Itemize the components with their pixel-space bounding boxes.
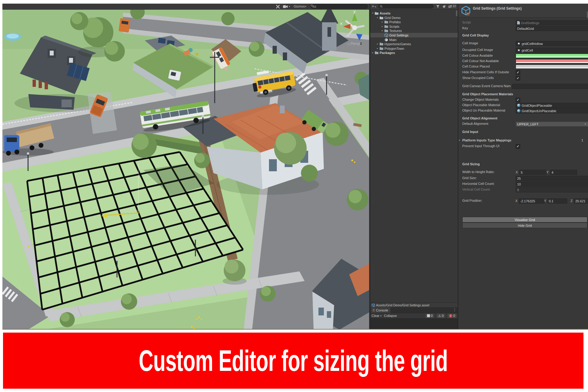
horizontal-count-input[interactable]: 10 — [516, 182, 588, 187]
tab-console[interactable]: ☰ Console — [371, 307, 390, 313]
camera-dropdown-caret[interactable]: ▾ — [289, 5, 290, 8]
colour-not-available-swatch[interactable] — [516, 59, 588, 63]
field-row-camera-name: Grid Canvas Event Camera Nam — [458, 84, 588, 89]
field-row-colour-not-available: Cell Colour Not Available — [458, 58, 588, 64]
hidden-count-eye-icon[interactable] — [448, 5, 452, 8]
clear-dropdown-caret[interactable]: ▾ — [380, 315, 381, 317]
orientation-label[interactable]: ◁ Persp — [347, 42, 360, 46]
grid-object-label: DefaultGrid — [122, 209, 139, 212]
project-item-assets[interactable]: ▾ Assets — [370, 11, 459, 15]
project-item-scripts[interactable]: ▸ Scripts — [370, 24, 468, 29]
foldout-icon[interactable]: ▾ — [371, 12, 374, 14]
info-count-toggle[interactable]: ! 0 — [425, 314, 434, 318]
folder-icon — [384, 24, 388, 28]
project-item-polygontown[interactable]: ▸ PolygonTown — [370, 46, 463, 51]
project-item-main-scene[interactable]: Main — [370, 37, 468, 42]
position-x-input[interactable]: -2.176325 — [519, 198, 545, 204]
ratio-x-input[interactable]: 5 — [519, 170, 546, 175]
hide-placement-checkbox[interactable]: ✓ — [516, 70, 520, 75]
project-item-label: PolygonTown — [384, 47, 404, 50]
folder-icon — [379, 46, 384, 50]
foldout-icon[interactable]: ▸ — [376, 43, 379, 45]
scene-view[interactable]: y x z ▾ Gizmos ▾ All ◁ Persp DefaultGrid — [2, 4, 369, 330]
folder-icon — [374, 51, 379, 55]
camera-name-input[interactable] — [512, 84, 588, 89]
hide-grid-button[interactable]: Hide Grid — [462, 223, 587, 228]
project-item-packages[interactable]: ▸ Packages — [370, 50, 459, 55]
caption-text: Custom Editor for sizing the grid — [139, 343, 448, 378]
foldout-icon[interactable]: ▾ — [376, 16, 379, 19]
position-y-input[interactable]: 0.1 — [547, 198, 567, 204]
field-row-prevent-input: Prevent Input Through UI ✓ — [458, 144, 588, 149]
project-item-prefabs[interactable]: ▸ Prefabs — [370, 20, 468, 24]
visualise-grid-button[interactable]: Visualise Grid — [462, 217, 587, 223]
field-row-ratio: Width to Height Ratio: X 5 Y 4 — [458, 169, 588, 175]
ratio-y-label: Y — [546, 170, 548, 174]
foldout-icon[interactable]: ▸ — [376, 47, 379, 50]
gizmos-dropdown[interactable]: Gizmos — [294, 5, 305, 8]
scene-icon — [384, 38, 388, 42]
default-alignment-dropdown[interactable]: UPPER_LEFT ▾ — [516, 122, 588, 127]
foldout-icon[interactable]: ▸ — [381, 21, 384, 23]
inspector-scrollbar[interactable] — [587, 11, 588, 18]
inspector-title: Grid Settings (Grid Settings) — [473, 6, 522, 11]
key-input[interactable]: DefaultGrid — [516, 26, 588, 31]
script-object-field[interactable]: GridSettings — [516, 20, 588, 25]
kebab-menu-icon[interactable]: ⋮ — [453, 308, 457, 312]
alpha-bar — [516, 62, 588, 63]
scene-search-field[interactable]: All — [311, 4, 368, 9]
occupied-cell-image-object-field[interactable]: gridCell — [516, 48, 588, 53]
add-asset-button[interactable]: + — [372, 4, 374, 8]
placeable-material-object-field[interactable]: GridObjectPlaceable — [516, 103, 588, 108]
warning-icon: ⚠ — [438, 314, 441, 317]
project-item-grid-settings-selected[interactable]: {} Grid Settings — [370, 33, 468, 37]
colour-placed-swatch[interactable] — [516, 65, 588, 69]
error-count-toggle[interactable]: ! 0 — [447, 314, 457, 318]
change-materials-checkbox[interactable]: ✓ — [516, 98, 520, 102]
gizmos-dropdown-caret[interactable]: ▾ — [305, 5, 306, 8]
mappings-size-field[interactable]: 1 — [581, 138, 583, 142]
collapse-button[interactable]: Collapse — [384, 314, 397, 318]
ratio-y-input[interactable]: 4 — [550, 170, 577, 175]
prevent-input-checkbox[interactable]: ✓ — [516, 144, 520, 149]
project-item-hypertonicgames[interactable]: ▸ HypertonicGames — [370, 42, 463, 46]
texture-icon — [517, 49, 520, 52]
field-row-cell-image: Cell Image gridCellHollow — [458, 41, 588, 46]
caption-banner: Custom Editor for sizing the grid — [3, 333, 583, 389]
material-icon — [517, 109, 520, 112]
console-toolbar: Clear ▾ Collapse ! 0 ⚠ 0 ! 0 — [370, 313, 458, 318]
colour-available-swatch[interactable] — [516, 54, 588, 58]
section-object-alignment: Grid Object Alignment — [458, 116, 588, 121]
console-log-area[interactable] — [370, 318, 458, 329]
foldout-icon[interactable]: ▸ — [381, 29, 384, 32]
script-icon — [517, 21, 520, 24]
clear-button[interactable]: Clear ▾ — [371, 314, 381, 318]
breadcrumb-path: Assets/Grid Demo/Grid Settings.asset — [376, 303, 429, 307]
project-item-grid-demo[interactable]: ▾ Grid Demo — [370, 15, 463, 20]
position-z-input[interactable]: 25.621 — [574, 198, 588, 204]
add-asset-caret[interactable]: ▾ — [375, 5, 376, 8]
project-scrollbar[interactable] — [456, 10, 457, 16]
grid-size-input[interactable]: 25 — [516, 176, 588, 181]
console-tabbar: ☰ Console ⋮ — [370, 307, 458, 313]
search-by-type-icon[interactable] — [436, 5, 440, 8]
foldout-icon[interactable]: ▸ — [459, 139, 460, 141]
field-row-occupied-cell-image: Occupied Cell Image gridCell — [458, 47, 588, 53]
foldout-icon[interactable]: ▸ — [371, 51, 374, 54]
show-occupied-checkbox[interactable]: ✓ — [516, 76, 520, 81]
tools-icon[interactable] — [276, 5, 280, 9]
unplaceable-material-object-field[interactable]: GridObjectUnPlaceable — [516, 108, 588, 113]
info-icon: ! — [427, 314, 430, 317]
cell-image-object-field[interactable]: gridCellHollow — [516, 41, 588, 46]
search-by-label-icon[interactable] — [442, 5, 446, 8]
project-search-field[interactable] — [378, 4, 434, 8]
foldout-icon[interactable]: ▸ — [381, 25, 384, 28]
section-grid-input: Grid Input — [458, 129, 588, 135]
project-item-textures[interactable]: ▸ Textures — [370, 28, 468, 33]
scene-camera-icon[interactable] — [283, 5, 288, 8]
field-row-colour-available: Cell Colour Available — [458, 53, 588, 58]
position-x-label: X — [515, 199, 517, 203]
breadcrumb[interactable]: {} Assets/Grid Demo/Grid Settings.asset — [370, 302, 458, 307]
warning-count-toggle[interactable]: ⚠ 0 — [437, 314, 445, 318]
scriptable-object-icon: {} — [371, 303, 375, 307]
